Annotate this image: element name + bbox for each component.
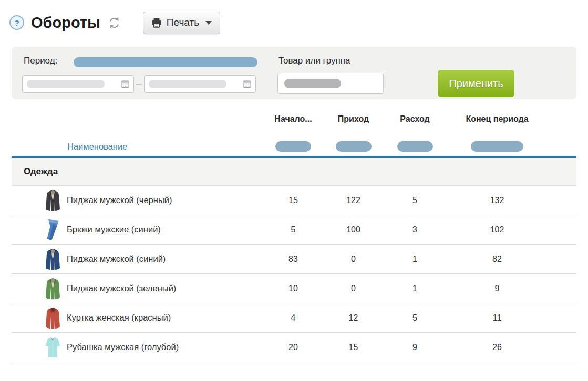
table-row[interactable]: Рубашка мужская (голубой) 20 15 9 26 bbox=[12, 333, 576, 362]
table-row[interactable]: Пиджак мужской (черный) 15 122 5 132 bbox=[12, 186, 576, 215]
date-from-input[interactable] bbox=[22, 75, 134, 93]
product-name: Пиджак мужской (синий) bbox=[67, 254, 166, 264]
summary-redacted-bar bbox=[336, 141, 372, 152]
pants-icon bbox=[45, 218, 61, 242]
cell-start: 10 bbox=[264, 284, 323, 293]
printer-icon bbox=[151, 18, 162, 28]
help-icon[interactable]: ? bbox=[9, 15, 24, 30]
refresh-icon[interactable] bbox=[108, 16, 121, 29]
period-label: Период: bbox=[24, 56, 57, 66]
cell-end: 102 bbox=[446, 225, 530, 235]
cell-start: 20 bbox=[264, 343, 323, 352]
product-name: Куртка женская (красный) bbox=[67, 313, 171, 323]
date-from-redacted-bar bbox=[27, 80, 105, 88]
page-title: Обороты bbox=[31, 14, 100, 31]
cell-start: 4 bbox=[264, 313, 323, 323]
product-search-label: Товар или группа bbox=[278, 56, 350, 66]
summary-redacted-bar bbox=[471, 141, 523, 152]
table-subheader: Наименование bbox=[12, 129, 576, 156]
cell-income: 15 bbox=[323, 343, 384, 352]
jacket-icon bbox=[45, 188, 61, 213]
date-to-redacted-bar bbox=[149, 80, 226, 88]
page-header: ? Обороты Печать bbox=[9, 10, 576, 35]
cell-expense: 9 bbox=[384, 343, 446, 352]
shirt-icon bbox=[45, 335, 61, 359]
table-row[interactable]: Брюки мужские (синий) 5 100 3 102 bbox=[12, 215, 576, 245]
date-range-separator: – bbox=[136, 77, 142, 90]
filter-panel: Период: – Товар или группа bbox=[12, 47, 576, 99]
period-value-redacted-bar bbox=[74, 57, 257, 67]
summary-redacted-bar bbox=[397, 141, 433, 152]
table-row[interactable]: Пиджак мужской (синий) 83 0 1 82 bbox=[12, 245, 576, 274]
date-to-input[interactable] bbox=[144, 75, 256, 93]
cell-end: 82 bbox=[446, 255, 530, 264]
column-header-start[interactable]: Начало... bbox=[264, 114, 323, 124]
cell-end: 132 bbox=[446, 196, 530, 205]
cell-expense: 3 bbox=[384, 225, 446, 235]
cell-income: 12 bbox=[323, 313, 384, 323]
print-button-label: Печать bbox=[167, 17, 199, 28]
cell-end: 11 bbox=[446, 313, 530, 323]
print-button[interactable]: Печать bbox=[143, 12, 220, 34]
jacket-icon bbox=[45, 306, 61, 330]
cell-start: 5 bbox=[264, 225, 323, 235]
product-name: Рубашка мужская (голубой) bbox=[67, 342, 179, 352]
column-header-expense[interactable]: Расход bbox=[384, 114, 446, 124]
table-column-headers: Начало... Приход Расход Конец периода bbox=[12, 110, 576, 129]
jacket-icon bbox=[45, 277, 61, 301]
product-query-redacted-bar bbox=[284, 79, 341, 88]
cell-income: 0 bbox=[323, 255, 384, 264]
cell-start: 15 bbox=[264, 196, 323, 205]
cell-income: 0 bbox=[323, 284, 384, 293]
cell-expense: 1 bbox=[384, 255, 446, 264]
summary-redacted-bar bbox=[275, 141, 311, 152]
calendar-icon[interactable] bbox=[243, 80, 251, 88]
cell-expense: 5 bbox=[384, 196, 446, 205]
product-search-input[interactable] bbox=[277, 73, 384, 94]
cell-end: 26 bbox=[446, 343, 530, 352]
cell-income: 122 bbox=[323, 196, 384, 205]
product-name: Брюки мужские (синий) bbox=[67, 225, 161, 235]
turnover-table: Начало... Приход Расход Конец периода На… bbox=[12, 110, 576, 362]
cell-start: 83 bbox=[264, 255, 323, 264]
apply-button[interactable]: Применить bbox=[438, 70, 514, 97]
table-row[interactable]: Пиджак мужской (зеленый) 10 0 1 9 bbox=[12, 274, 576, 303]
column-header-end[interactable]: Конец периода bbox=[446, 114, 530, 124]
column-header-name[interactable]: Наименование bbox=[12, 142, 264, 152]
product-name: Пиджак мужской (черный) bbox=[67, 195, 172, 205]
group-row-clothing[interactable]: Одежда bbox=[12, 158, 576, 186]
calendar-icon[interactable] bbox=[121, 80, 129, 88]
cell-income: 100 bbox=[323, 225, 384, 235]
cell-expense: 1 bbox=[384, 284, 446, 293]
cell-end: 9 bbox=[446, 284, 530, 293]
caret-down-icon bbox=[205, 21, 212, 25]
column-header-income[interactable]: Приход bbox=[323, 114, 384, 124]
table-row[interactable]: Куртка женская (красный) 4 12 5 11 bbox=[12, 303, 576, 333]
jacket-icon bbox=[45, 247, 61, 271]
cell-expense: 5 bbox=[384, 313, 446, 323]
product-name: Пиджак мужской (зеленый) bbox=[67, 283, 176, 293]
